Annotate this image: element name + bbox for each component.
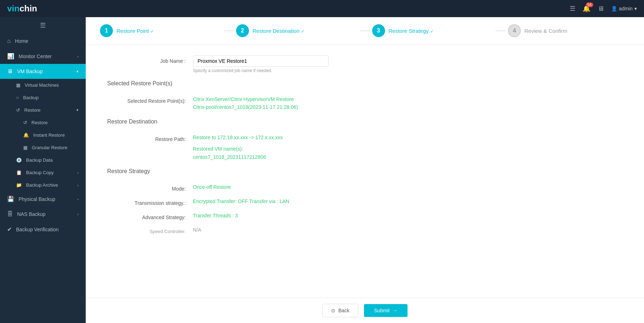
user-arrow-icon: ▾ bbox=[634, 6, 637, 11]
section-restore-strategy: Restore Strategy bbox=[107, 168, 623, 177]
monitor-icon[interactable]: 🖥 bbox=[598, 5, 604, 12]
sidebar-item-backup-verification[interactable]: ✔ Backup Verification bbox=[0, 222, 86, 237]
restored-vm-block: Restored VM name(s): centos7_1018_202311… bbox=[193, 145, 623, 161]
sidebar-item-vm-backup[interactable]: 🖥 VM Backup ▾ bbox=[0, 64, 86, 79]
sidebar-toggle[interactable]: ☰ bbox=[0, 17, 86, 34]
restored-vm-name: centos7_1018_20231117212806 bbox=[193, 153, 623, 161]
main-layout: ☰ ⌂ Home 📊 Monitor Center › 🖥 VM Backup … bbox=[0, 17, 644, 323]
wizard-step-3[interactable]: 3 Restore Strategy ✓ bbox=[372, 24, 494, 37]
step-circle-1: 1 bbox=[100, 24, 113, 37]
speed-controller-row: Speed Controller: N/A bbox=[107, 226, 623, 234]
restore-sub-icon: ↺ bbox=[23, 120, 27, 125]
user-menu[interactable]: 👤 admin ▾ bbox=[611, 6, 637, 11]
step-label-1: Restore Point ✓ bbox=[116, 28, 154, 34]
virtual-machines-icon: ▦ bbox=[16, 82, 20, 88]
logo: vinchin bbox=[7, 4, 37, 14]
sidebar-label-monitor-center: Monitor Center bbox=[19, 54, 52, 59]
sidebar-item-nas-backup[interactable]: 🗄 NAS Backup › bbox=[0, 207, 86, 222]
sidebar-item-monitor-center[interactable]: 📊 Monitor Center › bbox=[0, 49, 86, 64]
sidebar-label-physical-backup: Physical Backup bbox=[19, 196, 55, 202]
restored-vm-label-text: Restored VM name(s): bbox=[193, 145, 623, 153]
user-label: admin bbox=[619, 6, 633, 11]
monitor-center-arrow-icon: › bbox=[77, 54, 79, 59]
sidebar-label-home: Home bbox=[15, 38, 28, 44]
wizard-step-4[interactable]: 4 Review & Confirm bbox=[508, 24, 630, 37]
restore-points-value: Citrix XenServer/Citrix HypervisorVM Res… bbox=[193, 95, 623, 111]
notification-badge: 54 bbox=[586, 2, 593, 7]
step-divider-2 bbox=[360, 31, 370, 31]
job-name-hint: Specify a customized job name if needed. bbox=[193, 68, 623, 73]
user-icon: 👤 bbox=[611, 6, 617, 11]
backup-verification-icon: ✔ bbox=[7, 226, 12, 233]
restore-path-label: Restore Path: bbox=[107, 133, 193, 142]
step-divider-3 bbox=[495, 31, 506, 31]
advanced-row: Advanced Strategy: Transfer Threads : 3 bbox=[107, 212, 623, 220]
sidebar-label-restore: Restore bbox=[24, 107, 41, 113]
sidebar-item-granular-restore[interactable]: ▦ Granular Restore bbox=[0, 141, 86, 154]
advanced-text: Transfer Threads : 3 bbox=[193, 212, 623, 219]
step-check-2: ✓ bbox=[301, 29, 305, 34]
sidebar-label-backup-verification: Backup Verification bbox=[16, 227, 59, 232]
topbar-right: ☰ 🔔 54 🖥 👤 admin ▾ bbox=[570, 5, 637, 12]
topbar: vinchin ☰ 🔔 54 🖥 👤 admin ▾ bbox=[0, 0, 644, 17]
sidebar-label-backup-archive: Backup Archive bbox=[26, 182, 58, 188]
granular-restore-icon: ▦ bbox=[23, 145, 28, 150]
sidebar-item-restore-sub[interactable]: ↺ Restore bbox=[0, 116, 86, 129]
submit-label: Submit bbox=[374, 308, 390, 313]
back-button[interactable]: ⊙ Back bbox=[322, 304, 358, 317]
backup-archive-arrow-icon: › bbox=[77, 183, 79, 187]
job-name-label: Job Name : bbox=[107, 55, 193, 64]
sidebar-item-home[interactable]: ⌂ Home bbox=[0, 34, 86, 49]
sidebar-item-virtual-machines[interactable]: ▦ Virtual Machines bbox=[0, 79, 86, 91]
form-content: Job Name : Specify a customized job name… bbox=[86, 45, 644, 298]
sidebar-item-backup-copy[interactable]: 📋 Backup Copy › bbox=[0, 166, 86, 179]
sidebar-label-restore-sub: Restore bbox=[31, 120, 48, 125]
sidebar-item-backup[interactable]: ○ Backup bbox=[0, 91, 86, 104]
sidebar-item-physical-backup[interactable]: 💾 Physical Backup › bbox=[0, 191, 86, 207]
vm-backup-arrow-icon: ▾ bbox=[76, 69, 79, 74]
wizard-header: 1 Restore Point ✓ 2 Restore Destination … bbox=[86, 17, 644, 45]
sidebar-item-backup-data[interactable]: 💿 Backup Data bbox=[0, 154, 86, 166]
wizard-step-2[interactable]: 2 Restore Destination ✓ bbox=[236, 24, 358, 37]
job-name-row: Job Name : Specify a customized job name… bbox=[107, 55, 623, 73]
notifications-icon[interactable]: 🔔 54 bbox=[583, 5, 590, 12]
restore-points-line1: Citrix XenServer/Citrix HypervisorVM Res… bbox=[193, 95, 623, 103]
content-area: 1 Restore Point ✓ 2 Restore Destination … bbox=[86, 17, 644, 323]
sidebar-item-restore[interactable]: ↺ Restore ▾ bbox=[0, 104, 86, 116]
restore-icon: ↺ bbox=[16, 107, 20, 113]
backup-archive-icon: 📁 bbox=[16, 182, 22, 188]
mode-value: Once-off Restore bbox=[193, 183, 623, 191]
step-label-4: Review & Confirm bbox=[524, 28, 567, 34]
back-arrow-icon: ⊙ bbox=[331, 308, 335, 313]
sidebar-label-virtual-machines: Virtual Machines bbox=[25, 82, 59, 88]
restore-path-text: Restore to 172.18.xx.xxx -> 172.x.xx.xxx bbox=[193, 133, 623, 141]
restore-points-row: Selected Restore Point(s): Citrix XenSer… bbox=[107, 95, 623, 111]
job-name-input[interactable] bbox=[193, 55, 329, 67]
sidebar-item-backup-archive[interactable]: 📁 Backup Archive › bbox=[0, 179, 86, 191]
wizard-step-1[interactable]: 1 Restore Point ✓ bbox=[100, 24, 222, 37]
submit-button[interactable]: Submit → bbox=[364, 304, 408, 317]
mode-label: Mode: bbox=[107, 183, 193, 192]
nas-backup-icon: 🗄 bbox=[7, 211, 13, 217]
messages-icon[interactable]: ☰ bbox=[570, 5, 575, 12]
step-check-1: ✓ bbox=[150, 29, 154, 34]
transmission-row: Transmission strategy.: Encrypted Transf… bbox=[107, 197, 623, 206]
sidebar-label-backup-data: Backup Data bbox=[26, 157, 53, 163]
physical-backup-arrow-icon: › bbox=[77, 197, 79, 201]
sidebar-item-instant-restore[interactable]: 🔔 Instant Restore bbox=[0, 129, 86, 141]
backup-icon: ○ bbox=[16, 95, 19, 100]
restore-points-line2: Citrix-pool/centos7_1018(2023-11-17 21:2… bbox=[193, 103, 623, 111]
transmission-value: Encrypted Transfer: OFF Transfer via : L… bbox=[193, 197, 623, 205]
restore-points-label: Selected Restore Point(s): bbox=[107, 95, 193, 104]
step-circle-4: 4 bbox=[508, 24, 521, 37]
advanced-label: Advanced Strategy: bbox=[107, 212, 193, 220]
footer: ⊙ Back Submit → bbox=[86, 298, 644, 323]
sidebar-label-backup: Backup bbox=[23, 95, 39, 100]
backup-copy-arrow-icon: › bbox=[77, 171, 79, 175]
monitor-center-icon: 📊 bbox=[7, 53, 14, 60]
vm-backup-icon: 🖥 bbox=[7, 68, 13, 75]
job-name-value: Specify a customized job name if needed. bbox=[193, 55, 623, 73]
step-circle-3: 3 bbox=[372, 24, 385, 37]
nas-backup-arrow-icon: › bbox=[77, 212, 79, 216]
step-label-3: Restore Strategy ✓ bbox=[389, 28, 434, 34]
